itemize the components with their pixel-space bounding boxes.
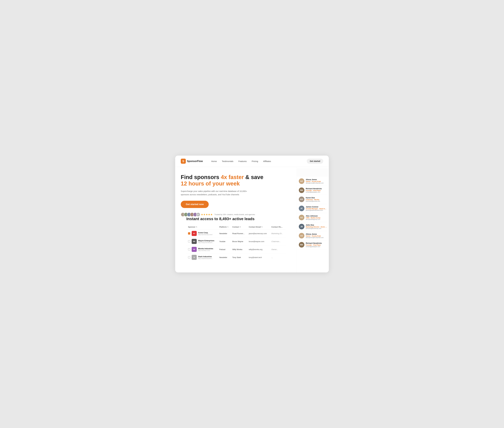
contact-card-email-4: alex@bubbagump.com: [306, 219, 327, 220]
col-role-label: Contact Ro...: [271, 226, 282, 228]
contact-card-2[interactable]: KD Karen Doe Chairman - Wonka karendoe@w…: [297, 195, 329, 204]
contact-role-0: Marketing Di...: [271, 232, 283, 235]
platform-tag-3: Newsletter: [219, 256, 227, 258]
nav-home[interactable]: Home: [211, 160, 217, 162]
nav-get-started-button[interactable]: Get started: [307, 159, 323, 164]
contact-card-role-0: Owner - Krusty Krab: [306, 181, 327, 182]
contact-card-role-2: Chairman - Wonka: [306, 199, 327, 200]
leads-table: Sponsor ⇅ Platform ⇅: [186, 224, 286, 261]
platform-cell-1: Youtube: [218, 238, 231, 246]
contact-email-3: tony@stark.tech: [249, 256, 262, 258]
platform-tag-0: Newsletter: [219, 233, 227, 235]
main-content: Find sponsors 4x faster & save 12 hours …: [175, 167, 329, 272]
sponsor-url-3: http://starkindustries...: [198, 258, 213, 259]
contact-card-4[interactable]: AJ Alex Johnson CMO - Bubba Gump alex@bu…: [297, 213, 329, 222]
sponsor-url-0: http://acmecorp.com/: [198, 234, 212, 235]
contact-info-0: Alissa Jones Owner - Krusty Krab alissaj…: [306, 179, 327, 184]
navbar: S SponsorFlow Home Testimonials Features…: [175, 156, 329, 167]
contact-card-0[interactable]: AJ Alissa Jones Owner - Krusty Krab alis…: [297, 177, 329, 186]
sort-contact[interactable]: Contact ⇅: [232, 226, 241, 228]
row-checkbox-0[interactable]: ✓: [188, 232, 190, 235]
hero-cta-button[interactable]: Get started now: [181, 201, 209, 208]
contact-card-3[interactable]: JC James Connor Growth Manager - Stark I…: [297, 204, 329, 213]
contact-card-role-1: Founder - Pied Piper: [306, 190, 327, 191]
contact-card-name-2: Karen Doe: [306, 197, 327, 199]
contact-cell-3: Tony Stark: [231, 253, 247, 261]
contact-card-email-0: alissajones@krustykrab.com: [306, 182, 327, 184]
email-cell-2: willy@wonka.org: [247, 246, 270, 253]
sponsor-cell-2: WI Wonka Industries http://wonka.com/: [186, 246, 218, 253]
hero-highlight2: 12 hours of your week: [181, 181, 240, 187]
hero-highlight1: 4x faster: [221, 174, 244, 180]
platform-cell-3: Newsletter: [218, 253, 231, 261]
star-rating: ★★★★★: [201, 213, 213, 216]
table-row: WI Wonka Industries http://wonka.com/ Po…: [186, 246, 286, 253]
sponsor-logo-0: AC: [192, 231, 197, 236]
nav-pricing[interactable]: Pricing: [252, 160, 258, 162]
contact-email-2: willy@wonka.org: [249, 248, 263, 250]
sort-email-icon: ⇅: [261, 226, 263, 228]
sponsor-logo-3: SI: [192, 255, 197, 260]
row-checkbox-2[interactable]: [188, 248, 190, 250]
contact-card-6[interactable]: AJ Alissa Jones Owner - Krusty Krab alis…: [297, 231, 329, 240]
row-checkbox-1[interactable]: [188, 240, 190, 243]
contact-role-3: ...: [271, 256, 273, 258]
row-checkbox-3[interactable]: [188, 256, 190, 258]
sort-platform-icon: ⇅: [227, 226, 228, 228]
sponsor-info-1: Wayne Enterprises http://wayneenterpris.…: [198, 239, 214, 243]
contact-avatar-4: AJ: [299, 215, 304, 220]
contact-card-name-4: Alex Johnson: [306, 215, 327, 217]
contact-info-3: James Connor Growth Manager - Stark Indu…: [306, 206, 327, 211]
contact-info-4: Alex Johnson CMO - Bubba Gump alex@bubba…: [306, 215, 327, 220]
sponsor-info-0: Acme Corp. http://acmecorp.com/: [198, 232, 212, 235]
hero-title-prefix: Find sponsors: [181, 174, 221, 180]
contact-card-1[interactable]: RH Richard Hendricks Founder - Pied Pipe…: [297, 186, 329, 195]
contact-cell-1: Bruce Wayne: [231, 238, 247, 246]
contact-avatar-7: RH: [299, 242, 304, 247]
sponsor-name-3: Stark Industries: [198, 255, 213, 258]
sort-platform[interactable]: Platform ⇅: [219, 226, 228, 228]
contact-cards: AJ Alissa Jones Owner - Krusty Krab alis…: [297, 177, 329, 249]
contact-name-0: Road Runner...: [232, 232, 244, 235]
col-contact-header: Contact ⇅: [231, 224, 247, 230]
nav-affiliates[interactable]: Affiliates: [263, 160, 271, 162]
sponsor-cell-0: ✓ AC Acme Corp. http://acmecorp.com/: [186, 230, 218, 238]
left-section: Find sponsors 4x faster & save 12 hours …: [175, 167, 297, 272]
email-cell-3: tony@stark.tech: [247, 253, 270, 261]
col-email-label: Contact Email: [249, 226, 261, 228]
leads-title: Instant access to 8,493+ active leads: [186, 217, 286, 221]
contact-avatar-0: AJ: [299, 178, 304, 184]
trusted-text: Trusted by 100+ creators, media brands, …: [214, 214, 255, 215]
contact-email-0: jason@acmecorp.com: [249, 232, 267, 235]
col-platform-label: Platform: [219, 226, 227, 228]
col-platform-header: Platform ⇅: [218, 224, 231, 230]
contact-card-name-5: John Doe: [306, 224, 327, 226]
sort-sponsor[interactable]: Sponsor ⇅: [188, 226, 197, 228]
nav-testimonials[interactable]: Testimonials: [222, 160, 233, 162]
platform-tag-1: Youtube: [219, 240, 225, 243]
role-cell-1: Chairman...: [270, 238, 286, 246]
sponsor-name-0: Acme Corp.: [198, 232, 212, 234]
contact-card-email-5: johndoe@acmecorp.com: [306, 228, 327, 229]
sponsor-url-2: http://wonka.com/: [198, 250, 213, 251]
contact-card-role-5: Marketing Director - Acme Corp: [306, 226, 327, 228]
role-cell-3: ...: [270, 253, 286, 261]
contact-info-2: Karen Doe Chairman - Wonka karendoe@wonk…: [306, 197, 327, 202]
contact-role-2: Owner...: [271, 248, 278, 250]
col-sponsor-label: Sponsor: [188, 226, 195, 228]
contact-card-7[interactable]: RH Richard Hendricks Founder - Pied Pipe…: [297, 240, 329, 249]
role-cell-2: Owner...: [270, 246, 286, 253]
contact-card-email-1: richard@piedpiper.com: [306, 191, 327, 193]
contact-avatar-3: JC: [299, 206, 304, 211]
contact-card-role-4: CMO - Bubba Gump: [306, 217, 327, 219]
contact-info-7: Richard Hendricks Founder - Pied Piper r…: [306, 242, 327, 247]
contact-info-5: John Doe Marketing Director - Acme Corp …: [306, 224, 327, 229]
logo-area: S SponsorFlow: [181, 159, 203, 164]
nav-features[interactable]: Features: [239, 160, 247, 162]
sort-email[interactable]: Contact Email ⇅: [249, 226, 263, 228]
contact-card-email-2: karendoe@wonka.com: [306, 200, 327, 202]
platform-cell-0: Newsletter: [218, 230, 231, 238]
contact-card-email-7: richard@piedpiper.com: [306, 246, 327, 247]
contact-card-5[interactable]: JD John Doe Marketing Director - Acme Co…: [297, 222, 329, 231]
platform-cell-2: Podcast: [218, 246, 231, 253]
